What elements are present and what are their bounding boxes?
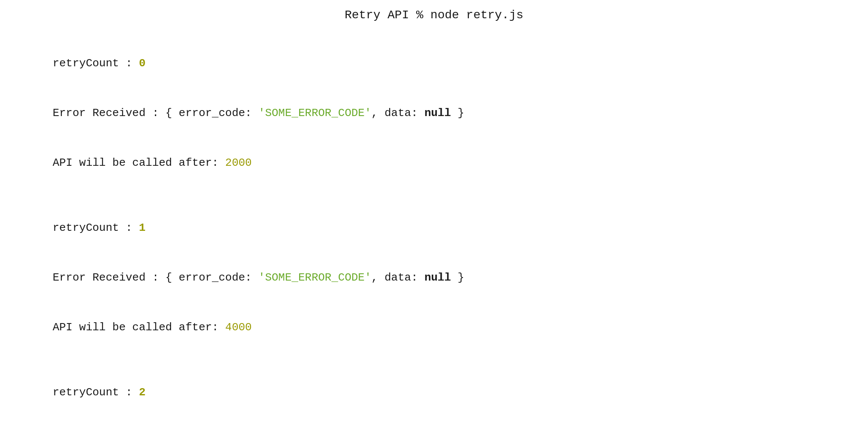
retry-count-line-2: retryCount : 2 [13, 368, 855, 417]
error-prefix-1: Error Received : { error_code: [53, 271, 259, 284]
error-suffix-1: , data: [371, 271, 425, 284]
title-text: Retry API % node retry.js [345, 9, 523, 22]
error-prefix-0: Error Received : { error_code: [53, 107, 259, 119]
api-delay-0: 2000 [225, 156, 251, 169]
terminal-title: Retry API % node retry.js [13, 9, 855, 22]
retry-count-value-1: 1 [139, 221, 146, 234]
terminal-window: Retry API % node retry.js retryCount : 0… [13, 9, 855, 437]
retry-count-label-1: retryCount : [53, 221, 139, 234]
retry-count-label-2: retryCount : [53, 386, 139, 399]
retry-block-2: retryCount : 2 Error Received : { error_… [13, 368, 855, 437]
retry-count-line-0: retryCount : 0 [13, 39, 855, 88]
error-line-2: Error Received : { error_code: 'SOME_ERR… [13, 417, 855, 437]
retry-block-0: retryCount : 0 Error Received : { error_… [13, 39, 855, 188]
retry-count-line-1: retryCount : 1 [13, 203, 855, 253]
api-prefix-0: API will be called after: [53, 156, 226, 169]
error-line-1: Error Received : { error_code: 'SOME_ERR… [13, 253, 855, 303]
api-line-1: API will be called after: 4000 [13, 303, 855, 352]
error-code-1: 'SOME_ERROR_CODE' [258, 271, 371, 284]
error-end-1: } [451, 271, 464, 284]
null-value-0: null [424, 107, 451, 119]
error-end-0: } [451, 107, 464, 119]
error-line-0: Error Received : { error_code: 'SOME_ERR… [13, 88, 855, 138]
error-suffix-0: , data: [371, 107, 425, 119]
api-prefix-1: API will be called after: [53, 321, 226, 334]
api-line-0: API will be called after: 2000 [13, 138, 855, 188]
retry-count-label-0: retryCount : [53, 57, 139, 70]
api-delay-1: 4000 [225, 321, 251, 334]
retry-block-1: retryCount : 1 Error Received : { error_… [13, 203, 855, 352]
null-value-1: null [424, 271, 451, 284]
retry-count-value-0: 0 [139, 57, 146, 70]
error-code-0: 'SOME_ERROR_CODE' [258, 107, 371, 119]
retry-count-value-2: 2 [139, 386, 146, 399]
